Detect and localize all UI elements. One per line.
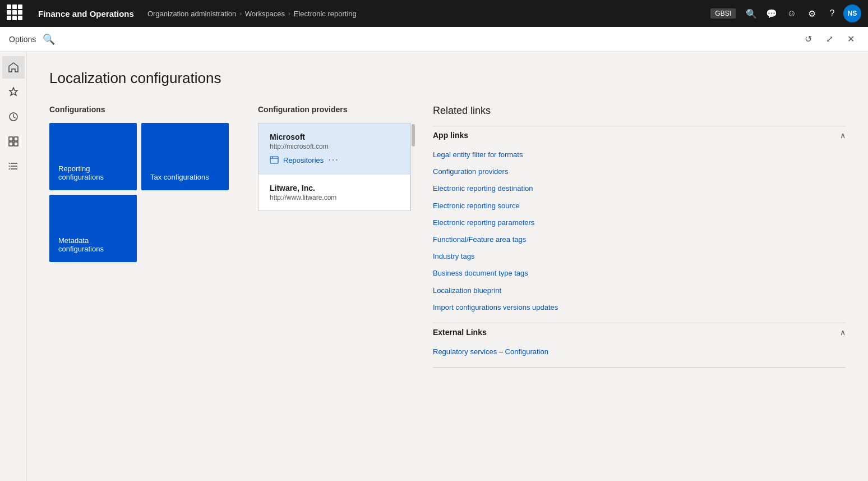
repo-icon (270, 156, 279, 164)
providers-list: Microsoft http://microsoft.com Repositor… (258, 123, 410, 211)
provider-litware-url: http://www.litware.com (270, 194, 399, 201)
company-badge[interactable]: GBSI (710, 8, 736, 19)
svg-rect-2 (14, 137, 18, 141)
provider-litware-name: Litware, Inc. (270, 184, 399, 193)
svg-rect-11 (270, 157, 278, 163)
app-links-list: Legal entity filter for formats Configur… (433, 144, 846, 318)
smiley-icon[interactable]: ☺ (783, 4, 801, 22)
related-links-section: Related links App links ∧ Legal entity f… (433, 105, 846, 372)
sidebar-item-recent[interactable] (2, 106, 25, 128)
link-er-source[interactable]: Electronic reporting source (433, 198, 846, 214)
external-links-header[interactable]: External Links ∧ (433, 323, 846, 341)
providers-container: Microsoft http://microsoft.com Repositor… (258, 123, 415, 211)
breadcrumb-electronic-reporting[interactable]: Electronic reporting (294, 10, 357, 18)
svg-rect-3 (9, 142, 13, 146)
tile-metadata[interactable]: Metadata configurations (49, 195, 137, 262)
configurations-section: Configurations Reporting configurations … (49, 105, 240, 262)
chat-icon[interactable]: 💬 (763, 4, 781, 22)
svg-point-9 (8, 166, 10, 167)
sidebar-item-favorites[interactable] (2, 81, 25, 103)
svg-rect-1 (9, 137, 13, 141)
close-icon[interactable]: ✕ (842, 31, 859, 48)
provider-microsoft[interactable]: Microsoft http://microsoft.com Repositor… (258, 123, 410, 175)
main-layout: Localization configurations Configuratio… (0, 52, 868, 481)
breadcrumb-sep-1: › (239, 10, 242, 17)
providers-scrollbar-thumb (412, 124, 415, 146)
link-regulatory-services[interactable]: Regulatory services – Configuration (433, 343, 846, 360)
link-config-providers[interactable]: Configuration providers (433, 163, 846, 180)
providers-section: Configuration providers Microsoft http:/… (258, 105, 415, 211)
help-icon[interactable]: ? (823, 4, 841, 22)
external-links-section: External Links ∧ Regulatory services – C… (433, 323, 846, 368)
app-links-chevron: ∧ (840, 131, 846, 140)
options-search-icon[interactable]: 🔍 (43, 33, 55, 45)
related-links-title: Related links (433, 105, 846, 117)
app-links-title: App links (433, 131, 468, 140)
expand-icon[interactable]: ⤢ (821, 31, 838, 48)
main-content: Localization configurations Configuratio… (27, 52, 868, 481)
breadcrumb-sep-2: › (288, 10, 290, 17)
breadcrumb-org-admin[interactable]: Organization administration (147, 10, 236, 18)
sidebar-item-workspaces[interactable] (2, 130, 25, 153)
providers-scrollbar[interactable] (410, 123, 415, 211)
tile-tax[interactable]: Tax configurations (141, 123, 229, 190)
tile-reporting[interactable]: Reporting configurations (49, 123, 137, 190)
refresh-icon[interactable]: ↺ (800, 31, 816, 48)
external-links-list: Regulatory services – Configuration (433, 341, 846, 363)
link-import-configs[interactable]: Import configurations versions updates (433, 299, 846, 316)
settings-icon[interactable]: ⚙ (803, 4, 821, 22)
svg-point-10 (8, 168, 10, 170)
more-options-dots[interactable]: ··· (328, 155, 339, 165)
link-industry-tags[interactable]: Industry tags (433, 248, 846, 265)
sidebar-item-list[interactable] (2, 155, 25, 177)
link-er-destination[interactable]: Electronic reporting destination (433, 180, 846, 197)
app-links-section: App links ∧ Legal entity filter for form… (433, 126, 846, 318)
configurations-heading: Configurations (49, 105, 240, 114)
link-er-parameters[interactable]: Electronic reporting parameters (433, 214, 846, 231)
link-business-doc-tags[interactable]: Business document type tags (433, 265, 846, 282)
avatar[interactable]: NS (843, 4, 861, 22)
provider-microsoft-name: Microsoft (270, 132, 399, 141)
sections-row: Configurations Reporting configurations … (49, 105, 846, 372)
options-bar: Options 🔍 ↺ ⤢ ✕ (0, 27, 868, 52)
app-grid-icon[interactable] (7, 4, 25, 22)
top-bar-actions: GBSI 🔍 💬 ☺ ⚙ ? NS (710, 4, 861, 22)
breadcrumb: Organization administration › Workspaces… (147, 10, 706, 18)
svg-rect-4 (14, 142, 18, 146)
breadcrumb-workspaces[interactable]: Workspaces (245, 10, 285, 18)
top-bar: Finance and Operations Organization admi… (0, 0, 868, 27)
link-legal-entity[interactable]: Legal entity filter for formats (433, 146, 846, 163)
sidebar (0, 52, 27, 481)
external-links-divider (433, 367, 846, 368)
link-functional-tags[interactable]: Functional/Feature area tags (433, 231, 846, 248)
page-title: Localization configurations (49, 70, 846, 87)
link-localization-blueprint[interactable]: Localization blueprint (433, 282, 846, 299)
options-label: Options (9, 35, 36, 44)
svg-point-8 (8, 163, 10, 164)
external-links-chevron: ∧ (840, 328, 846, 337)
window-controls: ↺ ⤢ ✕ (800, 31, 859, 48)
app-links-header[interactable]: App links ∧ (433, 126, 846, 144)
repositories-link[interactable]: Repositories (283, 156, 324, 164)
providers-heading: Configuration providers (258, 105, 415, 114)
tiles-grid: Reporting configurations Tax configurati… (49, 123, 229, 262)
provider-litware[interactable]: Litware, Inc. http://www.litware.com (258, 175, 410, 210)
sidebar-item-home[interactable] (2, 56, 25, 79)
search-icon[interactable]: 🔍 (742, 4, 760, 22)
provider-microsoft-actions: Repositories ··· (270, 155, 399, 165)
external-links-title: External Links (433, 328, 487, 337)
provider-microsoft-url: http://microsoft.com (270, 143, 399, 150)
app-title: Finance and Operations (29, 9, 143, 19)
